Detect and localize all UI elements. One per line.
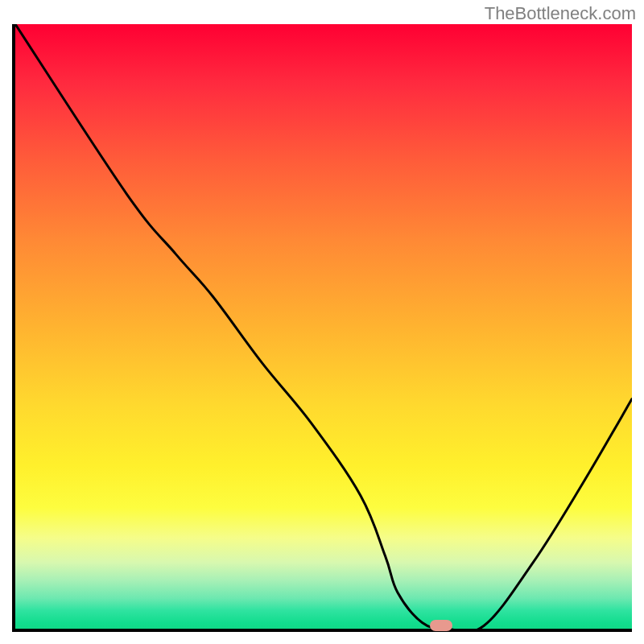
curve-svg xyxy=(15,24,632,629)
plot-area xyxy=(12,24,632,632)
chart-container: TheBottleneck.com xyxy=(0,0,644,644)
watermark-text: TheBottleneck.com xyxy=(485,3,636,24)
curve-line xyxy=(15,24,632,629)
data-marker xyxy=(430,620,452,631)
